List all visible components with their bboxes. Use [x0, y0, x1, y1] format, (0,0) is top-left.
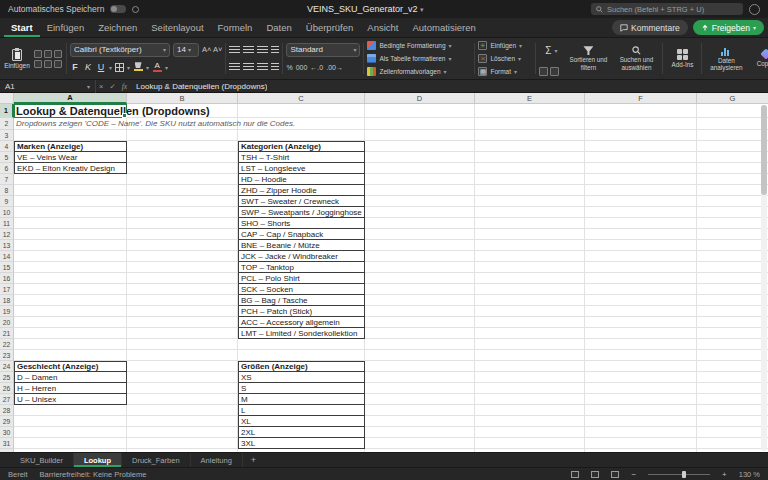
cell-F16[interactable]	[585, 273, 697, 284]
cell-D13[interactable]	[365, 240, 475, 251]
cell-G13[interactable]	[697, 240, 768, 251]
row-header-9[interactable]: 9	[0, 196, 14, 207]
column-header-B[interactable]: B	[127, 93, 238, 104]
cell-F26[interactable]	[585, 383, 697, 394]
cell-B12[interactable]	[127, 229, 238, 240]
row-header-12[interactable]: 12	[0, 229, 14, 240]
cell-A25[interactable]: D – Damen	[14, 372, 127, 383]
cell-C5[interactable]: TSH – T-Shirt	[238, 152, 365, 163]
cell-E13[interactable]	[475, 240, 585, 251]
cell-C28[interactable]: L	[238, 405, 365, 416]
zoom-out-button[interactable]: −	[631, 470, 636, 479]
cell-D16[interactable]	[365, 273, 475, 284]
cell-B18[interactable]	[127, 295, 238, 306]
cell-D10[interactable]	[365, 207, 475, 218]
cell-A23[interactable]	[14, 350, 127, 361]
cell-E14[interactable]	[475, 251, 585, 262]
cell-F6[interactable]	[585, 163, 697, 174]
account-avatar[interactable]	[749, 4, 760, 15]
cell-B15[interactable]	[127, 262, 238, 273]
row-header-20[interactable]: 20	[0, 317, 14, 328]
cell-E26[interactable]	[475, 383, 585, 394]
cell-D1[interactable]	[365, 104, 475, 118]
zoom-slider-knob[interactable]	[682, 471, 686, 478]
cell-E24[interactable]	[475, 361, 585, 372]
column-header-E[interactable]: E	[475, 93, 585, 104]
cell-F15[interactable]	[585, 262, 697, 273]
cell-A14[interactable]	[14, 251, 127, 262]
insert-function-icon[interactable]: fx	[119, 82, 130, 91]
font-color-icon[interactable]: A	[152, 62, 162, 72]
row-header-29[interactable]: 29	[0, 416, 14, 427]
row-header-21[interactable]: 21	[0, 328, 14, 339]
row-header-18[interactable]: 18	[0, 295, 14, 306]
cell-G7[interactable]	[697, 174, 768, 185]
cell-B6[interactable]	[127, 163, 238, 174]
cell-G11[interactable]	[697, 218, 768, 229]
row-header-10[interactable]: 10	[0, 207, 14, 218]
column-header-D[interactable]: D	[365, 93, 475, 104]
cell-C14[interactable]: JCK – Jacke / Windbreaker	[238, 251, 365, 262]
repeat-icon[interactable]	[54, 60, 62, 68]
cell-D31[interactable]	[365, 438, 475, 449]
cell-D23[interactable]	[365, 350, 475, 361]
cell-D20[interactable]	[365, 317, 475, 328]
cell-A11[interactable]	[14, 218, 127, 229]
cell-D25[interactable]	[365, 372, 475, 383]
cell-B16[interactable]	[127, 273, 238, 284]
font-size-select[interactable]: 14 ▾	[173, 43, 199, 57]
select-all-corner[interactable]	[0, 93, 14, 104]
align-center-icon[interactable]	[243, 63, 254, 71]
cell-B5[interactable]	[127, 152, 238, 163]
row-header-14[interactable]: 14	[0, 251, 14, 262]
cell-E22[interactable]	[475, 339, 585, 350]
cell-E6[interactable]	[475, 163, 585, 174]
row-header-19[interactable]: 19	[0, 306, 14, 317]
cell-D27[interactable]	[365, 394, 475, 405]
analyze-data-button[interactable]: Daten analysieren	[705, 40, 747, 77]
row-header-24[interactable]: 24	[0, 361, 14, 372]
document-title-caret-icon[interactable]: ▾	[420, 6, 424, 13]
cell-B8[interactable]	[127, 185, 238, 196]
cell-C11[interactable]: SHO – Shorts	[238, 218, 365, 229]
cell-A22[interactable]	[14, 339, 127, 350]
cells-button-1[interactable]: Löschen▾	[478, 53, 532, 65]
cell-D26[interactable]	[365, 383, 475, 394]
cell-A17[interactable]	[14, 284, 127, 295]
row-header-7[interactable]: 7	[0, 174, 14, 185]
cell-F17[interactable]	[585, 284, 697, 295]
cell-E23[interactable]	[475, 350, 585, 361]
cell-F2[interactable]	[585, 118, 697, 130]
cell-E30[interactable]	[475, 427, 585, 438]
cell-C15[interactable]: TOP – Tanktop	[238, 262, 365, 273]
cell-F1[interactable]	[585, 104, 697, 118]
cell-B11[interactable]	[127, 218, 238, 229]
cell-G1[interactable]	[697, 104, 768, 118]
fill-color-icon[interactable]	[133, 62, 143, 72]
cell-G17[interactable]	[697, 284, 768, 295]
cell-E10[interactable]	[475, 207, 585, 218]
ribbon-tab-formeln[interactable]: Formeln	[211, 19, 260, 37]
copilot-button[interactable]: Copilot	[749, 40, 768, 77]
cell-D5[interactable]	[365, 152, 475, 163]
name-box[interactable]: A1 ▾	[0, 80, 96, 93]
cell-E9[interactable]	[475, 196, 585, 207]
zoom-slider[interactable]	[648, 474, 710, 475]
number-icon-2[interactable]: ←.0	[310, 64, 323, 71]
wrap-text-icon[interactable]	[271, 63, 279, 71]
cell-F20[interactable]	[585, 317, 697, 328]
ribbon-tab-ansicht[interactable]: Ansicht	[360, 19, 405, 37]
cell-E31[interactable]	[475, 438, 585, 449]
cell-C31[interactable]: 3XL	[238, 438, 365, 449]
cell-C17[interactable]: SCK – Socken	[238, 284, 365, 295]
cell-A28[interactable]	[14, 405, 127, 416]
cell-D21[interactable]	[365, 328, 475, 339]
cell-E18[interactable]	[475, 295, 585, 306]
cell-E2[interactable]	[475, 118, 585, 130]
styles-button-2[interactable]: Zellenformatvorlagen▾	[367, 65, 471, 77]
cell-A19[interactable]	[14, 306, 127, 317]
cell-A10[interactable]	[14, 207, 127, 218]
normal-view-icon[interactable]	[571, 471, 579, 478]
ribbon-tab-überprüfen[interactable]: Überprüfen	[299, 19, 361, 37]
cell-F9[interactable]	[585, 196, 697, 207]
